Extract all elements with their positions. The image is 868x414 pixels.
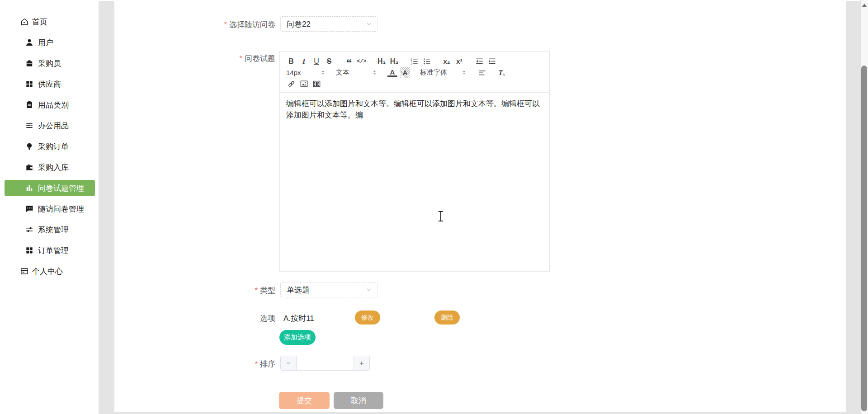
required-asterisk: * bbox=[239, 54, 242, 63]
left-gutter bbox=[99, 1, 114, 414]
clear-format-button[interactable]: Tₓ bbox=[497, 67, 507, 78]
grid-icon bbox=[25, 80, 34, 89]
sidebar-item-system-management[interactable]: 系统管理 bbox=[0, 221, 99, 238]
sidebar-item-purchase-inbound[interactable]: 采购入库 bbox=[0, 159, 99, 175]
sidebar-item-label: 系统管理 bbox=[38, 225, 69, 235]
type-select[interactable]: 单选题 bbox=[280, 282, 377, 297]
superscript-button[interactable]: x² bbox=[454, 56, 464, 66]
questionnaire-select[interactable]: 问卷22 bbox=[280, 16, 377, 32]
wallet-icon bbox=[25, 163, 34, 172]
sidebar-item-users[interactable]: 用户 bbox=[0, 34, 99, 51]
video-icon[interactable] bbox=[311, 79, 321, 89]
delete-option-button[interactable]: 删除 bbox=[434, 310, 460, 325]
blockquote-button[interactable]: ❝ bbox=[344, 56, 354, 66]
image-icon[interactable] bbox=[299, 79, 309, 89]
sort-input[interactable] bbox=[297, 356, 354, 370]
sidebar-item-label: 用户 bbox=[38, 38, 53, 48]
outdent-icon[interactable] bbox=[474, 56, 484, 66]
bullet-list-icon[interactable] bbox=[422, 56, 432, 66]
type-select-label: *类型 bbox=[172, 285, 275, 296]
sidebar-item-order-management[interactable]: 订单管理 bbox=[0, 242, 99, 259]
required-asterisk: * bbox=[255, 360, 258, 368]
sidebar-item-label: 用品类别 bbox=[38, 100, 69, 110]
updown-arrows-icon bbox=[320, 70, 326, 75]
sliders-icon bbox=[25, 225, 34, 234]
sidebar-item-question-management[interactable]: 问卷试题管理 bbox=[5, 180, 95, 196]
svg-text:3: 3 bbox=[410, 62, 412, 66]
sidebar-item-label: 供应商 bbox=[38, 79, 61, 89]
sidebar-item-supply-category[interactable]: 用品类别 bbox=[0, 97, 99, 113]
scroll-up-arrow-icon[interactable] bbox=[862, 4, 867, 7]
sidebar-item-label: 采购入库 bbox=[38, 162, 69, 173]
editor-content[interactable]: 编辑框可以添加图片和文本等。编辑框可以添加图片和文本等。编辑框可以添加图片和文本… bbox=[280, 93, 549, 273]
type-select-value: 单选题 bbox=[287, 285, 310, 295]
bar-chart-icon bbox=[25, 183, 34, 193]
grid-icon bbox=[25, 246, 34, 255]
bottom-gutter bbox=[114, 412, 846, 414]
header2-button[interactable]: H₂ bbox=[389, 56, 399, 66]
sidebar-item-label: 个人中心 bbox=[32, 266, 63, 277]
add-option-button[interactable]: 添加选项 bbox=[279, 330, 316, 345]
italic-button[interactable]: I bbox=[299, 56, 309, 66]
sidebar-item-profile-center[interactable]: 个人中心 bbox=[0, 263, 99, 279]
editor-toolbar: B I U S ❝ </> H₁ H₂ 123 x₂ x² bbox=[280, 52, 549, 93]
required-asterisk: * bbox=[224, 20, 227, 29]
code-block-button[interactable]: </> bbox=[357, 56, 367, 66]
ordered-list-icon[interactable]: 123 bbox=[409, 56, 419, 66]
chevron-down-icon bbox=[365, 286, 373, 293]
header1-button[interactable]: H₁ bbox=[377, 56, 387, 66]
updown-arrows-icon bbox=[461, 70, 467, 75]
option-item-text: A.按时11 bbox=[283, 313, 314, 324]
right-gutter bbox=[846, 1, 860, 414]
user-icon bbox=[25, 38, 34, 47]
underline-button[interactable]: U bbox=[311, 56, 321, 66]
lightbulb-icon bbox=[25, 142, 34, 151]
sidebar-item-label: 随访问卷管理 bbox=[38, 204, 84, 214]
bold-button[interactable]: B bbox=[286, 56, 296, 66]
app-root: 首页用户采购员供应商用品类别办公用品采购订单采购入库问卷试题管理随访问卷管理系统… bbox=[0, 0, 868, 414]
sidebar-item-purchaser[interactable]: 采购员 bbox=[0, 55, 99, 71]
sidebar-item-followup-questionnaire[interactable]: 随访问卷管理 bbox=[0, 201, 99, 217]
list-lines-icon bbox=[25, 121, 34, 130]
indent-icon[interactable] bbox=[487, 56, 497, 66]
sort-label: *排序 bbox=[172, 359, 275, 369]
briefcase-icon bbox=[25, 59, 34, 68]
sidebar-item-label: 订单管理 bbox=[38, 245, 69, 256]
sidebar-item-office-supplies[interactable]: 办公用品 bbox=[0, 118, 99, 134]
modify-option-button[interactable]: 修改 bbox=[355, 310, 380, 325]
sidebar-item-home[interactable]: 首页 bbox=[0, 14, 99, 30]
questionnaire-select-label: *选择随访问卷 bbox=[172, 19, 275, 30]
sidebar-item-label: 采购员 bbox=[38, 58, 61, 69]
clipboard-icon bbox=[25, 100, 34, 109]
card-icon bbox=[20, 267, 29, 276]
subscript-button[interactable]: x₂ bbox=[442, 56, 452, 66]
question-editor-label: *问卷试题 bbox=[172, 53, 275, 64]
sidebar-item-label: 首页 bbox=[32, 17, 47, 27]
stepper-increase-button[interactable]: + bbox=[354, 356, 369, 370]
font-color-button[interactable]: A bbox=[387, 68, 397, 77]
updown-arrows-icon bbox=[372, 70, 377, 75]
submit-button[interactable]: 提交 bbox=[279, 392, 330, 409]
questionnaire-select-value: 问卷22 bbox=[287, 19, 311, 29]
cancel-button[interactable]: 取消 bbox=[334, 392, 383, 409]
link-icon[interactable] bbox=[286, 79, 296, 89]
chevron-down-icon bbox=[365, 20, 373, 28]
strikethrough-button[interactable]: S bbox=[324, 56, 334, 66]
font-family-select[interactable]: 标准字体 bbox=[420, 67, 467, 78]
options-label: 选项 bbox=[172, 313, 275, 324]
align-icon[interactable] bbox=[477, 67, 487, 78]
scrollbar-thumb[interactable] bbox=[861, 66, 867, 411]
sidebar-item-label: 采购订单 bbox=[38, 141, 69, 152]
background-color-button[interactable]: A bbox=[400, 67, 410, 78]
required-asterisk: * bbox=[255, 286, 258, 295]
rich-text-editor: B I U S ❝ </> H₁ H₂ 123 x₂ x² bbox=[279, 51, 550, 272]
sidebar-item-purchase-order[interactable]: 采购订单 bbox=[0, 138, 99, 155]
sidebar-item-label: 办公用品 bbox=[38, 121, 69, 131]
text-style-select[interactable]: 文本 bbox=[336, 67, 377, 78]
sort-stepper: − + bbox=[280, 356, 370, 371]
home-icon bbox=[20, 17, 29, 26]
sidebar-item-supplier[interactable]: 供应商 bbox=[0, 76, 99, 92]
sidebar-item-label: 问卷试题管理 bbox=[38, 183, 84, 193]
font-size-select[interactable]: 14px bbox=[286, 67, 326, 78]
stepper-decrease-button[interactable]: − bbox=[281, 356, 297, 370]
